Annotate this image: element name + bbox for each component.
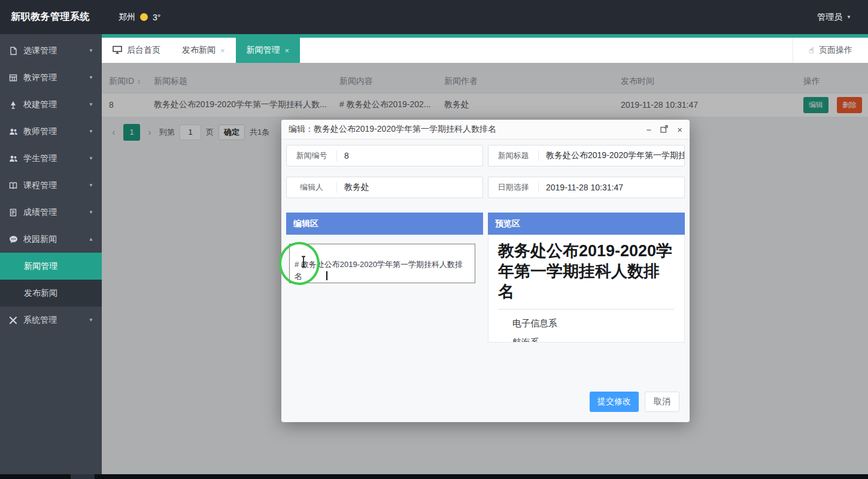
sidebar: 选课管理 ▼ 教评管理 ▼ 校建管理 ▼ 教师管理 ▼ 学生管理 ▼ 课程管理 … xyxy=(0,34,102,474)
chevron-up-icon: ▲ xyxy=(89,237,93,242)
chat-icon xyxy=(8,235,18,244)
grid-icon xyxy=(8,73,18,83)
sidebar-item-campus-news[interactable]: 校园新闻 ▲ xyxy=(0,226,102,253)
dialog-title: 编辑：教务处公布2019-2020学年第一学期挂科人数排名 xyxy=(289,124,496,135)
preview-heading: 教务处公布2019-2020学年第一学期挂科人数排名 xyxy=(498,241,675,310)
editor-name-input[interactable]: 教务处 xyxy=(337,182,482,193)
dialog-body: 新闻编号 8 新闻标题 教务处公布2019-2020学年第一学期挂科人 编辑人 … xyxy=(281,140,690,422)
tab-publish-news[interactable]: 发布新闻 × xyxy=(171,38,236,63)
tab-news-manage[interactable]: 新闻管理 × xyxy=(236,38,301,63)
app-title: 新职教务管理系统 xyxy=(11,11,90,23)
chevron-down-icon: ▼ xyxy=(89,48,93,53)
user-menu[interactable]: 管理员 ▼ xyxy=(817,12,851,23)
weather-widget: 郑州 3° xyxy=(119,12,160,23)
weather-city: 郑州 xyxy=(119,12,135,23)
minimize-icon[interactable]: − xyxy=(646,125,651,134)
news-title-field: 新闻标题 教务处公布2019-2020学年第一学期挂科人 xyxy=(488,145,685,166)
sidebar-item-course-manage[interactable]: 课程管理 ▼ xyxy=(0,172,102,199)
progress-segment xyxy=(71,474,95,479)
close-icon[interactable]: × xyxy=(285,46,290,55)
sidebar-item-eval-manage[interactable]: 教评管理 ▼ xyxy=(0,64,102,91)
edit-news-dialog: 编辑：教务处公布2019-2020学年第一学期挂科人数排名 − × 新闻编号 8… xyxy=(281,120,690,422)
page-operations-button[interactable]: ☝ 页面操作 xyxy=(793,38,868,63)
monitor-icon xyxy=(113,46,122,56)
book-icon xyxy=(8,181,18,190)
sidebar-subitem-news-publish[interactable]: 发布新闻 xyxy=(0,280,102,307)
clipboard-icon xyxy=(8,208,18,217)
chevron-down-icon: ▼ xyxy=(89,210,93,215)
date-select-field: 日期选择 2019-11-28 10:31:47 xyxy=(488,177,685,198)
chevron-down-icon: ▼ xyxy=(89,156,93,161)
tab-bar: 后台首页 发布新闻 × 新闻管理 × ☝ 页面操作 xyxy=(102,38,868,63)
sidebar-item-teacher-manage[interactable]: 教师管理 ▼ xyxy=(0,118,102,145)
close-icon[interactable]: × xyxy=(677,125,682,134)
sidebar-subitem-news-manage[interactable]: 新闻管理 xyxy=(0,253,102,280)
top-bar: 新职教务管理系统 郑州 3° 管理员 ▼ xyxy=(0,0,868,34)
tools-icon xyxy=(8,316,18,325)
edit-area-header: 编辑区 xyxy=(286,213,483,235)
tab-home[interactable]: 后台首页 xyxy=(102,38,171,63)
news-id-field: 新闻编号 8 xyxy=(286,145,483,166)
maximize-icon[interactable] xyxy=(660,125,668,134)
preview-area-column: 预览区 教务处公布2019-2020学年第一学期挂科人数排名 电子信息系 航海系 xyxy=(488,213,685,342)
chevron-down-icon: ▼ xyxy=(89,183,93,188)
close-icon[interactable]: × xyxy=(220,46,225,55)
text-caret xyxy=(326,271,327,280)
sidebar-item-course-select[interactable]: 选课管理 ▼ xyxy=(0,37,102,64)
markdown-editor-textarea[interactable]: # 教务处公布2019-2020学年第一学期挂科人数排名 1. 电子信息系 2.… xyxy=(289,244,475,283)
tree-icon xyxy=(8,100,18,110)
chevron-down-icon: ▼ xyxy=(846,14,851,20)
hand-pointer-icon: ☝ xyxy=(809,45,814,56)
user-name: 管理员 xyxy=(817,12,842,23)
editor-name-field: 编辑人 教务处 xyxy=(286,177,483,198)
news-id-input[interactable]: 8 xyxy=(337,151,482,160)
sidebar-item-campus-build[interactable]: 校建管理 ▼ xyxy=(0,91,102,118)
date-select-input[interactable]: 2019-11-28 10:31:47 xyxy=(539,183,684,192)
cancel-button[interactable]: 取消 xyxy=(645,392,679,412)
edit-area-column: 编辑区 # 教务处公布2019-2020学年第一学期挂科人数排名 1. 电子信息… xyxy=(286,213,483,342)
weather-temp: 3° xyxy=(153,13,160,22)
chevron-down-icon: ▼ xyxy=(89,102,93,107)
chevron-down-icon: ▼ xyxy=(89,129,93,134)
preview-list-item: 航海系 xyxy=(512,337,675,342)
preview-list-item: 电子信息系 xyxy=(512,318,675,329)
dialog-header[interactable]: 编辑：教务处公布2019-2020学年第一学期挂科人数排名 − × xyxy=(281,120,690,140)
sun-icon xyxy=(140,13,148,21)
sidebar-item-student-manage[interactable]: 学生管理 ▼ xyxy=(0,145,102,172)
chevron-down-icon: ▼ xyxy=(89,75,93,80)
students-icon xyxy=(8,154,18,163)
teachers-icon xyxy=(8,127,18,137)
news-title-input[interactable]: 教务处公布2019-2020学年第一学期挂科人 xyxy=(539,150,684,161)
preview-area-header: 预览区 xyxy=(488,213,685,235)
sidebar-item-grade-manage[interactable]: 成绩管理 ▼ xyxy=(0,199,102,226)
sidebar-item-system-manage[interactable]: 系统管理 ▼ xyxy=(0,307,102,334)
submit-changes-button[interactable]: 提交修改 xyxy=(590,392,639,412)
file-icon xyxy=(8,46,18,56)
video-progress-bar xyxy=(0,474,868,479)
chevron-down-icon: ▼ xyxy=(89,317,93,323)
text-cursor-icon xyxy=(300,256,307,270)
markdown-preview: 教务处公布2019-2020学年第一学期挂科人数排名 电子信息系 航海系 xyxy=(488,235,685,342)
